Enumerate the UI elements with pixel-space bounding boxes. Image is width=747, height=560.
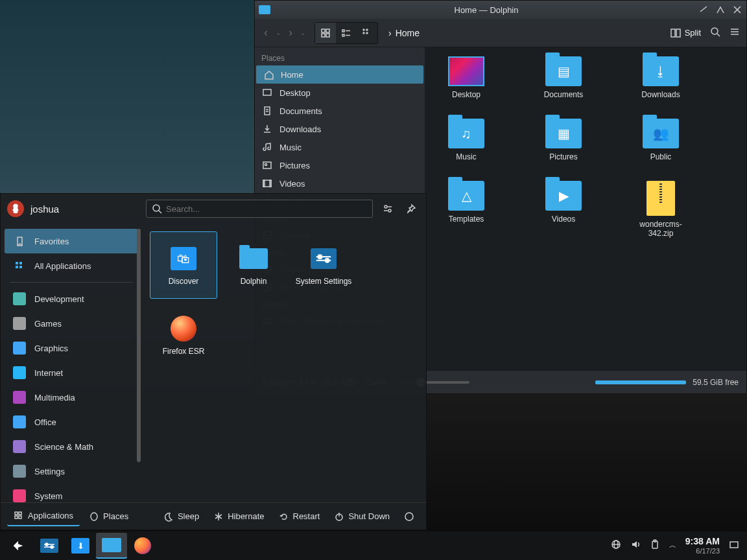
file-item[interactable]: ▦Pictures — [531, 119, 596, 161]
svg-rect-0 — [322, 29, 325, 32]
svg-rect-49 — [19, 512, 21, 515]
disk-usage-bar — [595, 380, 686, 384]
scrollbar[interactable] — [137, 229, 141, 462]
category-item[interactable]: Science & Math — [5, 434, 138, 459]
breadcrumb[interactable]: › Home — [388, 28, 420, 38]
forward-button[interactable]: › — [286, 25, 295, 41]
session-action[interactable]: Shut Down — [329, 509, 395, 524]
icons-view-button[interactable] — [315, 23, 336, 43]
details-view-button[interactable] — [357, 23, 377, 43]
svg-rect-12 — [671, 29, 675, 37]
window-title: Home — Dolphin — [274, 5, 698, 15]
network-icon[interactable] — [611, 539, 621, 552]
category-item[interactable]: Settings — [5, 459, 138, 484]
footer-tab[interactable]: Places — [82, 507, 135, 526]
svg-rect-41 — [19, 262, 22, 264]
back-menu[interactable]: ⌄ — [273, 28, 283, 38]
session-action[interactable]: Sleep — [158, 509, 204, 524]
compact-view-button[interactable] — [336, 23, 357, 43]
close-button[interactable] — [732, 5, 742, 15]
task-dolphin[interactable] — [96, 533, 127, 559]
places-item[interactable]: Home — [256, 65, 423, 84]
places-item[interactable]: Desktop — [255, 84, 425, 102]
svg-rect-64 — [730, 542, 738, 548]
svg-rect-26 — [263, 180, 265, 187]
category-item[interactable]: Games — [5, 311, 138, 336]
minimize-button[interactable] — [698, 5, 709, 15]
category-item[interactable]: All Applications — [5, 253, 138, 278]
dolphin-toolbar: ‹ ⌄ › ⌄ › Home Split — [255, 19, 746, 47]
category-item[interactable]: Office — [5, 410, 138, 434]
search-box[interactable] — [146, 200, 373, 218]
app-tile[interactable]: System Settings — [290, 231, 357, 299]
show-desktop-button[interactable] — [729, 539, 739, 552]
places-section-header: Places — [255, 50, 425, 65]
search-input[interactable] — [166, 204, 367, 214]
user-avatar[interactable] — [7, 200, 24, 217]
breadcrumb-segment[interactable]: Home — [396, 28, 420, 38]
back-button[interactable]: ‹ — [261, 25, 270, 41]
tray-expand-icon[interactable]: ︿ — [669, 541, 676, 550]
clock-time: 9:38 AM — [685, 537, 720, 546]
session-action[interactable]: Restart — [274, 509, 326, 524]
places-item[interactable]: Pictures — [255, 156, 425, 174]
file-item[interactable]: ⭳Downloads — [628, 56, 693, 99]
category-item[interactable]: Multimedia — [5, 385, 138, 410]
footer-tab[interactable]: Applications — [7, 507, 80, 526]
category-item[interactable]: Development — [5, 286, 138, 311]
file-item[interactable]: Desktop — [434, 56, 499, 99]
app-tile[interactable]: Firefox ESR — [150, 301, 217, 369]
app-tile[interactable]: 🛍Discover — [150, 231, 217, 299]
svg-rect-1 — [326, 29, 329, 32]
category-item[interactable]: System — [5, 484, 138, 502]
file-item[interactable]: ▶Videos — [531, 181, 596, 238]
svg-point-9 — [366, 29, 368, 30]
svg-rect-13 — [676, 29, 680, 37]
task-firefox[interactable] — [127, 533, 158, 559]
configure-button[interactable] — [379, 200, 396, 217]
category-item[interactable]: Graphics — [5, 336, 138, 360]
category-item[interactable]: Internet — [5, 360, 138, 385]
places-item[interactable]: Downloads — [255, 120, 425, 138]
file-item[interactable]: 👥Public — [628, 119, 693, 161]
places-item[interactable]: Music — [255, 138, 425, 156]
file-item[interactable]: wondercms-342.zip — [628, 181, 693, 238]
menu-button[interactable] — [729, 27, 740, 39]
clock-date: 6/17/23 — [685, 547, 720, 555]
pin-button[interactable] — [403, 200, 420, 217]
split-button[interactable]: Split — [670, 28, 701, 38]
svg-point-14 — [711, 28, 718, 34]
clock[interactable]: 9:38 AM 6/17/23 — [685, 537, 720, 554]
svg-rect-3 — [326, 34, 329, 37]
places-item[interactable]: Videos — [255, 174, 425, 192]
svg-rect-48 — [15, 512, 18, 515]
places-item[interactable]: Documents — [255, 102, 425, 120]
dolphin-file-view[interactable]: Desktop▤Documents⭳Downloads♫Music▦Pictur… — [425, 47, 746, 370]
session-action[interactable]: Hibernate — [208, 509, 269, 524]
svg-line-15 — [717, 34, 720, 36]
task-discover[interactable]: ⬇ — [65, 533, 96, 559]
app-launcher-button[interactable] — [3, 533, 34, 559]
search-button[interactable] — [710, 27, 720, 39]
category-item[interactable]: Favorites — [5, 229, 138, 253]
file-item[interactable]: ♫Music — [434, 119, 499, 161]
leave-button[interactable] — [399, 509, 420, 524]
volume-icon[interactable] — [630, 539, 641, 552]
clipboard-icon[interactable] — [650, 539, 660, 552]
forward-menu[interactable]: ⌄ — [298, 28, 308, 38]
svg-rect-51 — [19, 516, 21, 519]
maximize-button[interactable] — [715, 5, 726, 15]
app-tile[interactable]: Dolphin — [220, 231, 287, 299]
svg-point-35 — [385, 205, 387, 208]
file-item[interactable]: △Templates — [434, 181, 499, 238]
svg-point-24 — [265, 164, 267, 166]
dolphin-titlebar[interactable]: Home — Dolphin — [255, 1, 746, 19]
svg-rect-40 — [16, 262, 18, 264]
svg-rect-27 — [270, 180, 271, 187]
chevron-right-icon: › — [388, 28, 392, 38]
task-system-settings[interactable] — [34, 533, 65, 559]
folder-icon — [259, 5, 270, 14]
file-item[interactable]: ▤Documents — [531, 56, 596, 99]
svg-rect-50 — [15, 516, 18, 519]
free-space: 59.5 GiB free — [693, 378, 739, 387]
